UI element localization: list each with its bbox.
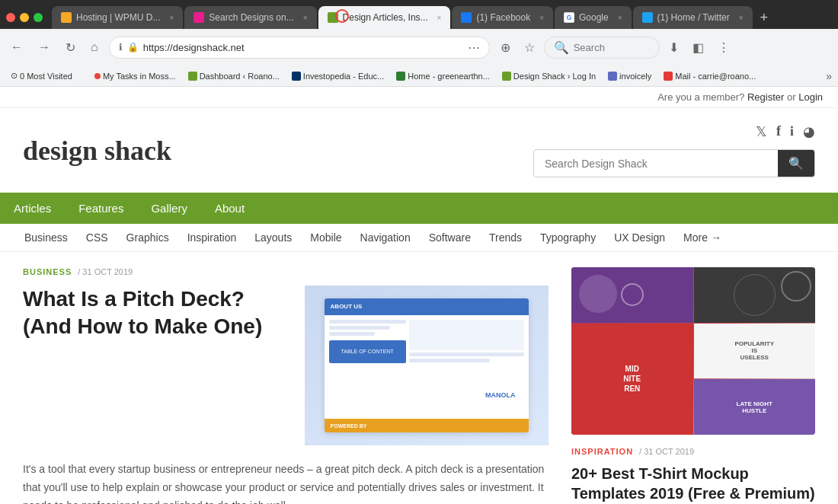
tab-label: Hosting | WPMU D...	[76, 12, 160, 23]
twitter-icon[interactable]: 𝕏	[756, 123, 767, 140]
bookmark-label: Home - greenearthn...	[408, 72, 490, 81]
address-more-button[interactable]: ⋯	[468, 40, 480, 55]
tab-label: (1) Facebook	[476, 12, 530, 23]
site-logo[interactable]: design shack	[23, 135, 171, 167]
bookmark-most-visited[interactable]: ⊙ 0 Most Visited	[6, 69, 77, 82]
bookmark-label: Mail - carrie@roano...	[675, 72, 756, 81]
browser-search-bar[interactable]: 🔍	[544, 37, 660, 59]
nav-gallery[interactable]: Gallery	[137, 193, 201, 224]
download-button[interactable]: ⬇	[664, 37, 683, 58]
tab-favicon	[642, 12, 653, 23]
bookmark-my-tasks[interactable]: My Tasks in Moss...	[90, 70, 181, 82]
bookmark-investopedia[interactable]: Investopedia - Educ...	[287, 70, 389, 82]
bookmarks-more-button[interactable]: »	[826, 70, 832, 82]
article-hero-image: ABOUT US TABLE OF CONTENT	[305, 285, 549, 445]
extensions-button[interactable]: ⊕	[496, 37, 515, 58]
bookmark-invoicely[interactable]: invoicely	[603, 70, 656, 82]
browser-chrome: Hosting | WPMU D... × Search Designs on.…	[0, 0, 838, 87]
nav-right-icons: ⊕ ☆ 🔍 ⬇ ◧ ⋮	[496, 37, 734, 59]
subnav-business[interactable]: Business	[15, 224, 77, 251]
tab-close-icon[interactable]: ×	[299, 14, 308, 22]
tab-close-icon[interactable]: ×	[613, 14, 622, 22]
tab-google[interactable]: G Google ×	[555, 6, 632, 29]
tab-close-icon[interactable]: ×	[734, 14, 744, 22]
site-topbar: Are you a member? Register or Login	[0, 87, 838, 108]
bookmark-label: 0 Most Visited	[20, 72, 72, 81]
address-bar[interactable]: ℹ 🔒 https://designshack.net ⋯	[109, 37, 490, 59]
minimize-button[interactable]	[20, 13, 29, 22]
home-button[interactable]: ⌂	[86, 37, 103, 57]
nav-about[interactable]: About	[201, 193, 258, 224]
history-button[interactable]: ◧	[688, 37, 708, 58]
article-body-1: It's a tool that every startup business …	[23, 461, 549, 504]
tab-twitter[interactable]: (1) Home / Twitter ×	[633, 6, 753, 29]
tab-label: (1) Home / Twitter	[657, 12, 730, 23]
bookmark-button[interactable]: ☆	[520, 37, 539, 58]
tab-close-icon[interactable]: ×	[535, 14, 544, 22]
article-tag: BUSINESS	[23, 267, 72, 276]
subnav-inspiration[interactable]: Inspiration	[178, 224, 246, 251]
subnav-mobile[interactable]: Mobile	[301, 224, 350, 251]
bookmark-favicon	[292, 72, 301, 81]
lock-icon: 🔒	[127, 42, 139, 53]
subnav-ux-design[interactable]: UX Design	[605, 224, 674, 251]
bookmark-favicon	[396, 72, 405, 81]
or-text: or	[787, 91, 796, 103]
sub-nav: Business CSS Graphics Inspiration Layout…	[0, 224, 838, 252]
back-button[interactable]: ←	[6, 37, 27, 57]
header-right: 𝕏 f 𝐢 ◕ 🔍	[533, 123, 815, 177]
search-input[interactable]	[574, 42, 650, 53]
pinterest-icon[interactable]: 𝐢	[790, 123, 794, 140]
tab-label: Google	[579, 12, 609, 23]
subnav-navigation[interactable]: Navigation	[351, 224, 420, 251]
subnav-css[interactable]: CSS	[77, 224, 117, 251]
member-text: Are you a member?	[657, 91, 744, 103]
bookmark-label: My Tasks in Moss...	[103, 72, 176, 81]
site-header: design shack 𝕏 f 𝐢 ◕ 🔍	[0, 108, 838, 193]
rss-icon[interactable]: ◕	[803, 123, 815, 140]
maximize-button[interactable]	[34, 13, 43, 22]
sidebar-article-date: / 31 OCT 2019	[639, 447, 694, 456]
forward-button[interactable]: →	[34, 37, 55, 57]
settings-button[interactable]: ⋮	[713, 37, 734, 58]
bookmark-design-shack[interactable]: Design Shack › Log In	[497, 70, 600, 82]
subnav-graphics[interactable]: Graphics	[117, 224, 178, 251]
bookmark-favicon	[608, 72, 617, 81]
url-text: https://designshack.net	[143, 42, 463, 53]
refresh-button[interactable]: ↻	[61, 37, 80, 58]
search-icon: 🔍	[554, 40, 569, 55]
tab-favicon	[461, 12, 472, 23]
right-sidebar: MIDNITEREN POPULARITYISUSELESS LATE NIGH…	[571, 267, 815, 504]
article-layout: What Is a Pitch Deck? (And How to Make O…	[23, 285, 549, 445]
bookmark-label: Design Shack › Log In	[513, 72, 596, 81]
bookmark-dashboard[interactable]: Dashboard ‹ Roano...	[184, 70, 284, 82]
site-search-button[interactable]: 🔍	[778, 150, 814, 177]
site-search-input[interactable]	[534, 152, 778, 176]
nav-features[interactable]: Features	[65, 193, 137, 224]
subnav-typography[interactable]: Typography	[531, 224, 605, 251]
site-search[interactable]: 🔍	[533, 149, 815, 177]
facebook-icon[interactable]: f	[776, 123, 781, 140]
register-link[interactable]: Register	[747, 91, 784, 103]
login-link[interactable]: Login	[798, 91, 823, 103]
info-icon: ℹ	[119, 42, 123, 53]
tab-favicon: G	[564, 12, 574, 23]
subnav-layouts[interactable]: Layouts	[245, 224, 301, 251]
nav-bar: ← → ↻ ⌂ ℹ 🔒 https://designshack.net ⋯ ⊕ …	[0, 29, 838, 65]
nav-articles[interactable]: Articles	[0, 193, 65, 224]
sidebar-tag-line: INSPIRATION / 31 OCT 2019	[571, 447, 815, 456]
tab-close-icon[interactable]: ×	[433, 14, 442, 22]
bookmark-mail[interactable]: Mail - carrie@roano...	[659, 70, 760, 82]
tab-search-designs[interactable]: Search Designs on... ×	[184, 6, 316, 29]
tab-hosting[interactable]: Hosting | WPMU D... ×	[52, 6, 183, 29]
tab-design-articles[interactable]: Design Articles, Ins... ×	[318, 6, 451, 29]
new-tab-button[interactable]: +	[754, 7, 775, 29]
bookmark-home-green[interactable]: Home - greenearthn...	[392, 70, 494, 82]
tab-bar: Hosting | WPMU D... × Search Designs on.…	[52, 6, 832, 29]
tab-close-icon[interactable]: ×	[165, 14, 174, 22]
subnav-software[interactable]: Software	[420, 224, 480, 251]
subnav-more[interactable]: More →	[674, 224, 731, 251]
subnav-trends[interactable]: Trends	[480, 224, 531, 251]
tab-facebook[interactable]: (1) Facebook ×	[452, 6, 553, 29]
close-button[interactable]	[6, 13, 15, 22]
